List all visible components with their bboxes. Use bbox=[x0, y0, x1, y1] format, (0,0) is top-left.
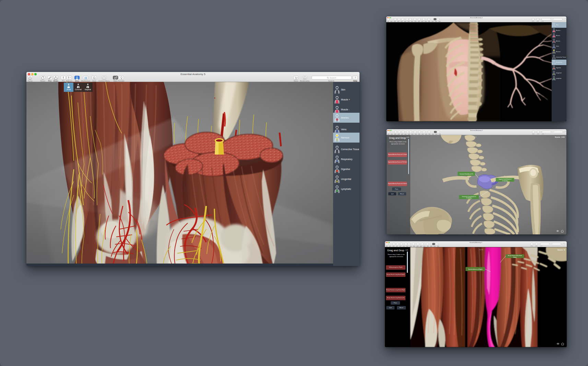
svg-text:(Right): (Right) bbox=[513, 257, 517, 258]
svg-text:Biceps Femoris Short Head: Biceps Femoris Short Head bbox=[508, 255, 522, 256]
svg-text:T1 Vertebra: T1 Vertebra bbox=[466, 197, 472, 199]
svg-text:Transverse Costal Facets of: Transverse Costal Facets of bbox=[462, 196, 476, 197]
svg-text:T1 Vertebra: T1 Vertebra bbox=[502, 180, 508, 182]
svg-text:Semitendinosus (Right): Semitendinosus (Right) bbox=[468, 268, 483, 270]
svg-text:Superior Costal Facets of: Superior Costal Facets of bbox=[498, 179, 511, 180]
svg-text:Cervical Vertebra (C7): Cervical Vertebra (C7) bbox=[460, 173, 473, 175]
